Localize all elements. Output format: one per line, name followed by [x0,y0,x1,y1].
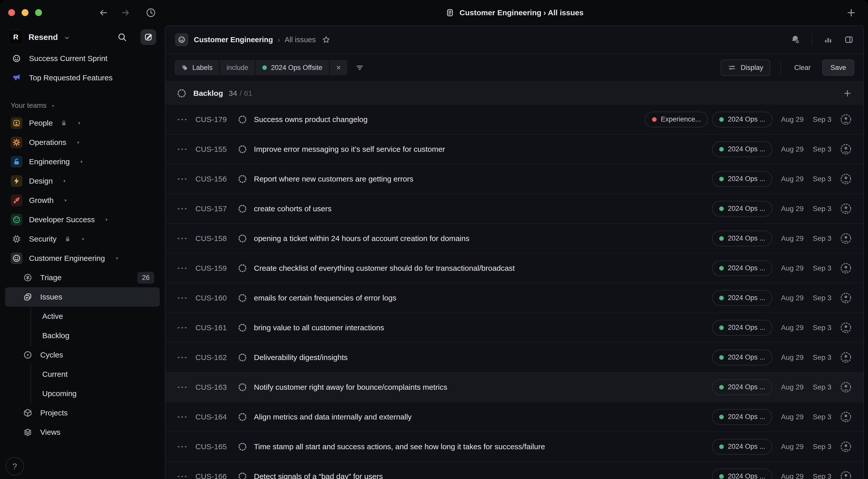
issue-title[interactable]: emails for certain frequencies of error … [254,294,396,302]
sidebar-favorite-item[interactable]: Top Requested Features [5,68,160,88]
no-priority-icon[interactable] [177,441,188,452]
issue-row[interactable]: CUS-157create cohorts of users2024 Ops .… [165,194,863,224]
issue-row[interactable]: CUS-159Create checklist of everything cu… [165,254,863,283]
avatar-unassigned-icon[interactable] [839,470,852,479]
issue-row[interactable]: CUS-155Improve error messaging so it’s s… [165,134,863,164]
display-button[interactable]: Display [721,60,770,76]
label-pill[interactable]: 2024 Ops ... [712,141,772,157]
avatar-unassigned-icon[interactable] [839,411,852,423]
sidebar-item-design[interactable]: Design [5,171,160,191]
back-arrow-icon[interactable] [99,8,108,18]
label-pill[interactable]: 2024 Ops ... [712,469,772,479]
issue-row[interactable]: CUS-160emails for certain frequencies of… [165,283,863,313]
backlog-section-header[interactable]: Backlog 34 / 61 [165,82,863,105]
sidebar-item-backlog[interactable]: Backlog [5,326,160,345]
status-backlog-icon[interactable] [238,382,247,392]
sidebar-item-issues[interactable]: Issues [5,287,160,307]
search-icon[interactable] [117,32,127,42]
avatar-unassigned-icon[interactable] [839,113,852,126]
status-backlog-icon[interactable] [238,412,247,422]
label-pill[interactable]: 2024 Ops ... [712,231,772,246]
status-backlog-icon[interactable] [238,263,247,273]
sidebar-item-triage[interactable]: Triage26 [5,268,160,287]
avatar-unassigned-icon[interactable] [839,262,852,275]
issue-title[interactable]: Time stamp all start and success actions… [254,442,545,451]
issue-title[interactable]: Report where new customers are getting e… [254,175,413,183]
sidebar-item-active[interactable]: Active [5,307,160,326]
minimize-window-button[interactable] [22,9,29,16]
add-issue-plus-icon[interactable] [843,89,852,98]
issue-row[interactable]: CUS-156Report where new customers are ge… [165,164,863,194]
no-priority-icon[interactable] [177,292,188,304]
issue-row[interactable]: CUS-162Deliverability digest/insights202… [165,343,863,373]
avatar-unassigned-icon[interactable] [839,292,852,304]
teams-section-header[interactable]: Your teams [5,98,160,114]
avatar-unassigned-icon[interactable] [839,202,852,215]
filter-field-segment[interactable]: Labels [175,60,219,75]
label-pill[interactable]: 2024 Ops ... [712,350,772,365]
no-priority-icon[interactable] [177,471,188,479]
issue-row[interactable]: CUS-165Time stamp all start and success … [165,432,863,462]
workspace-name[interactable]: Resend [29,33,58,42]
label-pill[interactable]: 2024 Ops ... [712,111,772,127]
status-backlog-icon[interactable] [238,353,247,362]
forward-arrow-icon[interactable] [121,8,130,18]
sidebar-item-current[interactable]: Current [5,364,160,384]
sidebar-item-operations[interactable]: Operations [5,133,160,152]
avatar-unassigned-icon[interactable] [839,440,852,453]
help-button[interactable]: ? [6,457,24,475]
sidebar-item-security[interactable]: Security [5,229,160,249]
issue-title[interactable]: opening a ticket within 24 hours of acco… [254,234,469,243]
issue-row[interactable]: CUS-164Align metrics and data internally… [165,402,863,432]
no-priority-icon[interactable] [177,143,188,155]
no-priority-icon[interactable] [177,233,188,244]
status-backlog-icon[interactable] [238,204,247,214]
avatar-unassigned-icon[interactable] [839,232,852,245]
filter-operator-segment[interactable]: include [220,60,255,75]
issue-title[interactable]: Notify customer right away for bounce/co… [254,383,447,391]
notification-bell-check-icon[interactable] [790,35,800,45]
bar-chart-icon[interactable] [823,35,833,44]
status-backlog-icon[interactable] [238,472,247,479]
label-pill[interactable]: 2024 Ops ... [712,439,772,455]
no-priority-icon[interactable] [177,173,188,185]
no-priority-icon[interactable] [177,263,188,274]
no-priority-icon[interactable] [177,114,188,125]
no-priority-icon[interactable] [177,352,188,363]
breadcrumb-view[interactable]: All issues [285,36,316,44]
avatar-unassigned-icon[interactable] [839,172,852,185]
status-backlog-icon[interactable] [238,442,247,451]
status-backlog-icon[interactable] [238,174,247,184]
new-tab-plus-icon[interactable] [846,7,857,18]
add-filter-icon[interactable] [355,63,364,72]
label-pill[interactable]: 2024 Ops ... [712,290,772,306]
label-pill[interactable]: 2024 Ops ... [712,260,772,276]
issue-row[interactable]: CUS-179Success owns product changelogExp… [165,105,863,134]
label-pill[interactable]: 2024 Ops ... [712,379,772,395]
issue-title[interactable]: Improve error messaging so it’s self ser… [254,145,445,154]
sidebar-item-customer-engineering[interactable]: Customer Engineering [5,249,160,268]
label-pill[interactable]: 2024 Ops ... [712,171,772,187]
label-pill[interactable]: 2024 Ops ... [712,201,772,217]
avatar-unassigned-icon[interactable] [839,321,852,334]
issue-row[interactable]: CUS-166Detect signals of a “bad day” for… [165,462,863,479]
filter-value-segment[interactable]: 2024 Ops Offsite [256,60,329,75]
status-backlog-icon[interactable] [238,293,247,303]
filter-remove-segment[interactable] [330,60,347,75]
no-priority-icon[interactable] [177,203,188,214]
sidebar-item-growth[interactable]: Growth [5,191,160,210]
issue-title[interactable]: bring value to all customer interactions [254,323,384,332]
sidebar-item-cycles[interactable]: Cycles [5,345,160,364]
sidebar-item-projects[interactable]: Projects [5,403,160,422]
status-backlog-icon[interactable] [238,115,247,124]
side-panel-icon[interactable] [844,35,854,44]
workspace-logo[interactable]: R [9,30,23,44]
clear-button[interactable]: Clear [791,64,814,72]
sidebar-item-views[interactable]: Views [5,422,160,442]
status-backlog-icon[interactable] [238,323,247,332]
issue-title[interactable]: Align metrics and data internally and ex… [254,413,412,421]
avatar-unassigned-icon[interactable] [839,143,852,156]
label-pill[interactable]: 2024 Ops ... [712,409,772,425]
chevron-down-icon[interactable] [64,35,70,41]
no-priority-icon[interactable] [177,382,188,393]
